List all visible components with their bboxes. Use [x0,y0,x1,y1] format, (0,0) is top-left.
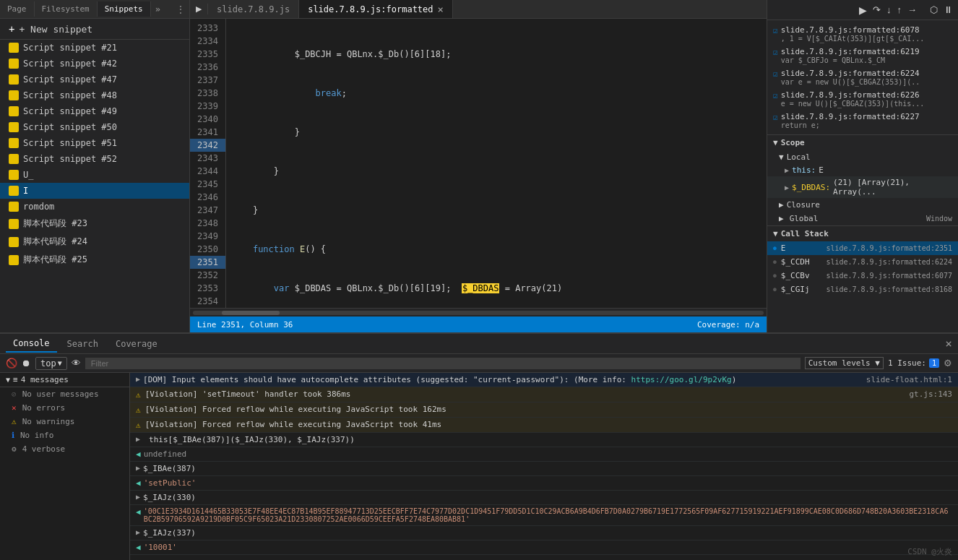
code-editor-area[interactable]: 2333 2334 2335 2336 2337 2338 2339 2340 … [190,19,767,308]
snippet-icon [9,138,19,148]
bp-checkbox-2[interactable]: ☑ [773,48,778,57]
console-filter-input[interactable] [85,358,801,369]
tab-more[interactable]: » [151,1,165,17]
global-arrow: ▶ [779,214,784,223]
tab-close-icon[interactable]: × [438,4,444,15]
step-into-button[interactable]: ↓ [884,3,894,17]
snippet-item-42[interactable]: Script snippet #42 [0,56,189,72]
snippet-item-cn24[interactable]: 脚本代码段 #24 [0,233,189,251]
expand-iajz337[interactable]: ▶ [136,528,140,536]
snippet-item-i[interactable]: I [0,183,189,199]
scope-header[interactable]: ▼ Scope [767,135,958,150]
snippet-icon [9,186,19,196]
snippet-item-50[interactable]: Script snippet #50 [0,119,189,135]
msg-violation-3: ⚠ [Violation] Forced reflow while execut… [130,418,958,433]
tab-search[interactable]: Search [60,336,105,352]
bp-checkbox-4[interactable]: ☑ [773,91,778,100]
snippet-item-48[interactable]: Script snippet #48 [0,87,189,103]
callstack-header[interactable]: ▼ Call Stack [767,226,958,241]
eye-button[interactable]: 👁 [72,358,81,369]
bp-detail-1: , 1 = V[$_CAIAt(353)][gt[$_CAI... [781,35,925,43]
expand-iajz330[interactable]: ▶ [136,493,140,501]
snippet-item-47[interactable]: Script snippet #47 [0,72,189,87]
run-button[interactable]: ▶ [193,4,204,14]
eval-expand-icon[interactable]: ▶ [136,435,140,443]
clear-console-button[interactable]: 🚫 [6,358,17,369]
global-section-header[interactable]: ▶ Global Window [767,212,958,225]
snippet-item-21[interactable]: Script snippet #21 [0,40,189,56]
bp-item-4[interactable]: ☑ slide.7.8.9.js:formatted:6226 e = new … [767,88,958,110]
filter-no-warnings[interactable]: ⚠ No warnings [0,415,129,428]
tab-snippets[interactable]: Snippets [98,1,151,17]
messages-tree[interactable]: ▼ ≡ 4 messages [0,373,129,387]
tab-coverage[interactable]: Coverage [108,336,165,352]
msg-expand-btn[interactable]: ▶ [136,375,140,383]
snippet-icon [9,255,19,265]
custom-levels-dropdown[interactable]: Custom levels ▼ [805,357,884,369]
bp-item-5[interactable]: ☑ slide.7.8.9.js:formatted:6227 return e… [767,110,958,132]
closure-section-header[interactable]: ▶ Closure [767,198,958,212]
step-over-button[interactable]: ↷ [871,3,883,17]
bp-item-1[interactable]: ☑ slide.7.8.9.js:formatted:6078 , 1 = V[… [767,23,958,45]
scope-val-dbdas: (21) [Array(21), Array(... [833,178,952,197]
tab-console[interactable]: Console [6,335,57,353]
tab-js-formatted[interactable]: slide.7.8.9.js:formatted × [299,0,453,18]
bp-checkbox-3[interactable]: ☑ [773,69,778,79]
msg-dom: ▶ [DOM] Input elements should have autoc… [130,373,958,387]
filter-no-errors[interactable]: ✕ No errors [0,401,129,415]
snippet-item-49[interactable]: Script snippet #49 [0,103,189,119]
cs-dot-icon: ● [773,272,777,279]
scope-this[interactable]: ▶ this: E [767,164,958,176]
filter-verbose[interactable]: ⚙ 4 verbose [0,442,129,456]
message-count-icon: ≡ [13,375,18,384]
tab-filesystem[interactable]: Filesystem [35,1,98,17]
bp-item-3[interactable]: ☑ slide.7.8.9.js:formatted:6224 var e = … [767,66,958,88]
resume-button[interactable]: ▶ [857,3,869,17]
editor-scrollbar-h[interactable] [190,308,767,316]
scope-dbdas[interactable]: ▶ $_DBDAS: (21) [Array(21), Array(... [767,176,958,198]
tab-menu[interactable]: ⋮ [172,1,189,17]
step-out-button[interactable]: ↑ [895,3,905,17]
console-input[interactable] [144,557,952,560]
cs-dot-icon: ● [773,286,777,293]
console-sidebar: ▼ ≡ 4 messages ⊘ No user messages ✕ No e… [0,373,130,560]
snippet-icon [9,59,19,69]
callstack-arrow: ▼ [773,229,778,238]
filter-no-user[interactable]: ⊘ No user messages [0,387,129,401]
bp-item-2[interactable]: ☑ slide.7.8.9.js:formatted:6219 var $_CB… [767,45,958,66]
msg-hash: ◀ '00C1E3934D1614465B33053E7F48EE4EC87B1… [130,505,958,526]
preserve-log-button[interactable]: ⏺ [22,358,31,369]
local-header[interactable]: ▼ Local [767,150,958,164]
filter-no-info[interactable]: ℹ No info [0,428,129,442]
closure-arrow: ▶ [779,200,784,210]
iajz330-text: $_IAJz(330) [143,493,196,502]
cs-item-e[interactable]: ● E slide.7.8.9.js:formatted:2351 [767,241,958,255]
console-tabs-bar: Console Search Coverage × [0,334,958,354]
pause-on-exc-button[interactable]: ⏸ [941,3,955,17]
deactivate-bp-button[interactable]: ⬡ [928,3,940,17]
console-settings-button[interactable]: ⚙ [944,358,952,369]
snippet-item-52[interactable]: Script snippet #52 [0,151,189,167]
top-level-button[interactable]: top ▼ [35,357,67,370]
snippet-item-u[interactable]: U_ [0,167,189,183]
tab-js-raw[interactable]: slide.7.8.9.js [208,0,299,18]
snippet-item-cn25[interactable]: 脚本代码段 #25 [0,251,189,269]
msg-eval: ▶ this[$_IBAe(387)]($_IAJz(330), $_IAJz(… [130,433,958,447]
bp-checkbox-1[interactable]: ☑ [773,26,778,35]
cs-item-ccbv[interactable]: ● $_CCBv slide.7.8.9.js:formatted:6077 [767,269,958,283]
cs-item-cgij[interactable]: ● $_CGIj slide.7.8.9.js:formatted:8168 [767,283,958,296]
tab-page[interactable]: Page [0,1,35,17]
new-snippet-button[interactable]: + + New snippet [0,19,189,40]
snippet-icon [9,122,19,132]
cs-item-ccdh[interactable]: ● $_CCDH slide.7.8.9.js:formatted:6224 [767,255,958,269]
snippet-item-51[interactable]: Script snippet #51 [0,135,189,151]
snippet-item-romdom[interactable]: romdom [0,199,189,215]
step-button[interactable]: → [905,3,919,17]
snippet-item-cn23[interactable]: 脚本代码段 #23 [0,215,189,233]
console-prompt[interactable]: ▶ [130,555,958,560]
scrollbar-thumb[interactable] [222,311,280,315]
bp-checkbox-5[interactable]: ☑ [773,113,778,122]
console-close-button[interactable]: × [945,337,952,350]
coverage-status: Coverage: n/a [697,320,759,329]
expand-ibae[interactable]: ▶ [136,464,140,472]
